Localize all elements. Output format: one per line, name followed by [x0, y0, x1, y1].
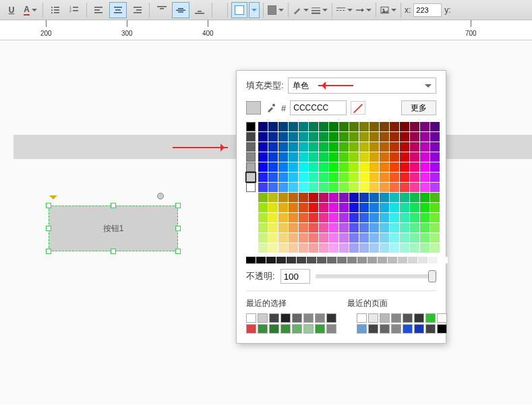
palette-swatch[interactable] [370, 203, 379, 212]
palette-swatch[interactable] [309, 162, 318, 172]
palette-swatch[interactable] [268, 243, 278, 253]
align-right-button[interactable] [128, 2, 146, 18]
ramp-swatch[interactable] [266, 257, 276, 263]
palette-swatch[interactable] [420, 122, 430, 131]
palette-swatch[interactable] [380, 183, 389, 192]
palette-swatch[interactable] [349, 193, 359, 202]
resize-handle-nw[interactable] [46, 203, 51, 208]
palette-swatch[interactable] [390, 162, 399, 172]
palette-swatch[interactable] [309, 193, 318, 202]
palette-swatch[interactable] [319, 193, 328, 202]
palette-swatch[interactable] [319, 132, 328, 142]
recent-swatch[interactable] [391, 324, 401, 334]
palette-swatch[interactable] [309, 173, 318, 182]
palette-swatch[interactable] [329, 193, 338, 202]
line-style-button[interactable] [311, 2, 328, 18]
ramp-swatch[interactable] [327, 257, 336, 263]
palette-swatch[interactable] [299, 152, 308, 162]
design-canvas[interactable]: 按钮1 填充类型: 单色 # 更多 [0, 40, 532, 404]
palette-swatch[interactable] [299, 183, 308, 192]
palette-swatch[interactable] [430, 122, 440, 131]
ramp-swatch[interactable] [428, 257, 438, 263]
palette-swatch[interactable] [309, 203, 318, 212]
palette-swatch[interactable] [319, 122, 328, 131]
opacity-input[interactable] [280, 269, 310, 284]
recent-swatch[interactable] [403, 313, 413, 323]
palette-swatch[interactable] [258, 142, 268, 152]
recent-swatch[interactable] [269, 324, 279, 334]
palette-swatch[interactable] [400, 203, 409, 212]
palette-swatch[interactable] [390, 243, 399, 253]
palette-swatch[interactable] [359, 152, 369, 162]
palette-swatch[interactable] [278, 132, 288, 142]
fill-color-button[interactable] [231, 2, 247, 18]
palette-swatch[interactable] [370, 173, 379, 182]
resize-handle-e[interactable] [175, 226, 181, 231]
recent-swatch[interactable] [292, 313, 302, 323]
palette-swatch[interactable] [329, 233, 338, 243]
recent-swatch[interactable] [414, 324, 424, 334]
palette-swatch[interactable] [430, 233, 440, 243]
palette-swatch[interactable] [410, 193, 419, 202]
palette-swatch[interactable] [299, 122, 308, 131]
palette-swatch[interactable] [400, 152, 409, 162]
palette-swatch[interactable] [410, 162, 419, 172]
palette-swatch[interactable] [268, 203, 278, 212]
recent-swatch[interactable] [280, 324, 291, 334]
palette-swatch[interactable] [430, 132, 440, 142]
palette-swatch[interactable] [430, 162, 440, 172]
palette-swatch[interactable] [400, 162, 409, 172]
palette-swatch[interactable] [258, 173, 268, 182]
palette-swatch[interactable] [278, 193, 288, 202]
palette-swatch[interactable] [420, 142, 430, 152]
palette-swatch[interactable] [289, 183, 298, 192]
recent-swatch[interactable] [303, 324, 314, 334]
palette-swatch[interactable] [329, 203, 338, 212]
palette-swatch[interactable] [430, 173, 440, 182]
palette-swatch[interactable] [309, 122, 318, 131]
palette-swatch[interactable] [258, 203, 268, 212]
palette-swatch[interactable] [339, 203, 349, 212]
palette-swatch[interactable] [370, 223, 379, 232]
palette-swatch[interactable] [410, 173, 419, 182]
palette-swatch[interactable] [309, 223, 318, 232]
recent-swatch[interactable] [425, 324, 436, 334]
palette-swatch[interactable] [319, 142, 328, 152]
palette-swatch[interactable] [349, 213, 359, 222]
palette-swatch[interactable] [339, 243, 349, 253]
palette-swatch[interactable] [289, 193, 298, 202]
recent-swatch[interactable] [368, 313, 378, 323]
palette-swatch[interactable] [349, 223, 359, 232]
palette-swatch[interactable] [339, 162, 349, 172]
recent-swatch[interactable] [292, 324, 302, 334]
grayscale-ramp[interactable] [246, 257, 436, 263]
palette-swatch[interactable] [258, 193, 268, 202]
palette-swatch[interactable] [268, 142, 278, 152]
palette-swatch[interactable] [339, 183, 349, 192]
palette-swatch[interactable] [339, 132, 349, 142]
palette-swatch[interactable] [410, 213, 419, 222]
palette-swatch[interactable] [390, 122, 399, 131]
palette-swatch[interactable] [400, 193, 409, 202]
palette-swatch[interactable] [289, 223, 298, 232]
palette-swatch[interactable] [319, 223, 328, 232]
insert-image-button[interactable] [380, 2, 397, 18]
palette-swatch[interactable] [278, 243, 288, 253]
palette-swatch[interactable] [400, 183, 409, 192]
palette-swatch[interactable] [258, 243, 268, 253]
palette-swatch[interactable] [390, 233, 399, 243]
palette-swatch[interactable] [278, 122, 288, 131]
resize-handle-s[interactable] [111, 249, 116, 254]
palette-swatch[interactable] [400, 122, 409, 131]
palette-swatch[interactable] [258, 233, 268, 243]
palette-swatch[interactable] [268, 162, 278, 172]
palette-swatch[interactable] [349, 233, 359, 243]
palette-swatch[interactable] [380, 152, 389, 162]
fill-type-dropdown[interactable]: 单色 [288, 77, 436, 94]
palette-swatch[interactable] [319, 152, 328, 162]
line-pen-button[interactable] [292, 2, 309, 18]
palette-swatch[interactable] [289, 122, 298, 131]
fill-color-dropdown[interactable] [249, 2, 260, 18]
palette-swatch[interactable] [420, 132, 430, 142]
resize-handle-sw[interactable] [46, 249, 51, 254]
